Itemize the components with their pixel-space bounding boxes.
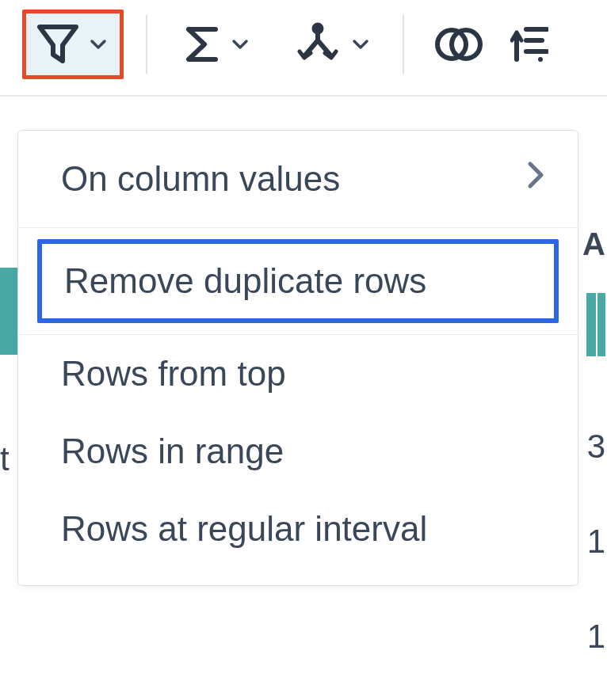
join-button[interactable] xyxy=(428,17,490,72)
chevron-down-icon xyxy=(90,36,107,53)
bg-cell: 1 xyxy=(587,618,605,656)
menu-item-label: On column values xyxy=(61,159,340,199)
bg-left-char: t xyxy=(0,440,10,478)
sort-button[interactable] xyxy=(507,15,552,74)
svg-point-6 xyxy=(538,57,543,62)
menu-separator xyxy=(18,227,578,228)
bg-stripe xyxy=(0,268,19,355)
bg-bar xyxy=(586,293,596,356)
menu-item-rows-from-top[interactable]: Rows from top xyxy=(18,335,578,413)
menu-item-rows-at-regular-interval[interactable]: Rows at regular interval xyxy=(18,490,578,568)
join-icon xyxy=(433,23,485,66)
bg-cell: 3 xyxy=(587,428,605,466)
filter-dropdown-menu: On column values Remove duplicate rows R… xyxy=(17,130,578,586)
chevron-right-icon xyxy=(525,159,546,199)
menu-item-label: Rows in range xyxy=(61,432,284,471)
filter-button[interactable] xyxy=(22,10,124,79)
split-icon xyxy=(293,21,342,67)
sigma-icon xyxy=(181,21,222,67)
menu-item-remove-duplicate-rows[interactable]: Remove duplicate rows xyxy=(37,239,559,323)
funnel-icon xyxy=(36,21,80,67)
bg-bar xyxy=(597,293,605,356)
toolbar-divider xyxy=(146,15,147,74)
bg-col-header: A xyxy=(582,226,605,262)
menu-item-label: Rows at regular interval xyxy=(61,509,427,549)
menu-item-label: Remove duplicate rows xyxy=(64,261,426,301)
bg-cell: 1 xyxy=(587,523,605,561)
aggregate-button[interactable] xyxy=(170,13,260,75)
toolbar-divider xyxy=(403,15,404,74)
menu-item-rows-in-range[interactable]: Rows in range xyxy=(18,413,578,490)
sort-icon xyxy=(510,21,548,67)
menu-item-label: Rows from top xyxy=(61,354,286,394)
chevron-down-icon xyxy=(352,36,369,53)
bg-right-column: A 3 1 1 xyxy=(586,230,607,689)
toolbar xyxy=(0,0,607,97)
chevron-down-icon xyxy=(231,36,249,53)
menu-item-on-column-values[interactable]: On column values xyxy=(18,131,578,227)
split-button[interactable] xyxy=(282,13,380,75)
